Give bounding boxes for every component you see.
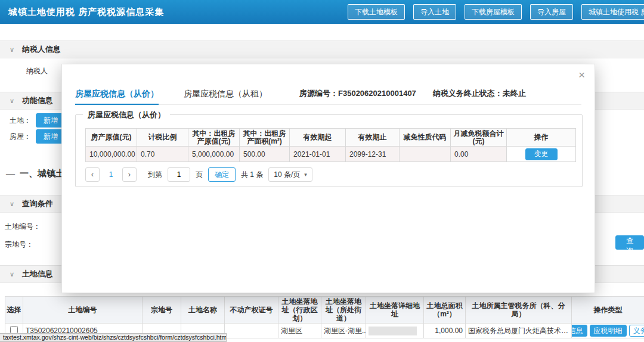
chevron-down-icon: ∨ <box>10 46 14 53</box>
col-tax-ratio: 计税比例 <box>137 129 188 147</box>
col-valid-to: 有效期止 <box>346 129 400 147</box>
collapse-dash-icon: — <box>6 168 15 178</box>
chevron-down-icon: ∨ <box>10 97 14 104</box>
cell-valid-from: 2021-01-01 <box>290 147 346 162</box>
tab-house-tax-ad-valorem[interactable]: 房屋应税信息（从价） <box>75 82 159 105</box>
import-house-button[interactable]: 导入房屋 <box>530 4 573 20</box>
chevron-down-icon: ∨ <box>10 271 14 278</box>
section-one-title: 一、城镇土 <box>20 168 64 178</box>
cell-rented-area: 500.00 <box>240 147 290 162</box>
cell-total-area: 1,000.00 <box>424 324 466 338</box>
land-label: 土地： <box>10 116 31 126</box>
section-taxpayer-info[interactable]: ∨ 纳税人信息 <box>0 41 644 58</box>
app-header: 城镇土地使用税 房产税税源信息采集 下载土地模板 导入土地 下载房屋模板 导入房… <box>0 0 644 24</box>
page-number-input[interactable] <box>168 167 190 182</box>
house-tax-data-row: 10,000,000.00 0.70 5,000,000.00 500.00 2… <box>86 147 576 162</box>
col-monthly-deduction: 月减免税额合计(元) <box>451 129 507 147</box>
cell-cert-no <box>225 324 278 338</box>
col-district: 土地坐落地址（行政区划） <box>278 297 321 324</box>
house-tax-table: 房产原值(元) 计税比例 其中：出租房产原值(元) 其中：出租房产面积(m²) … <box>85 128 576 162</box>
parcel-no-label: 宗地号： <box>5 240 33 250</box>
house-tax-modal: × 房屋应税信息（从价） 房屋应税信息（从租） 房源编号：F3502062021… <box>61 64 595 293</box>
cell-deduction-code <box>400 147 451 162</box>
taxable-detail-button[interactable]: 应税明细 <box>590 325 627 337</box>
basic-info-button[interactable]: 基本信息 <box>572 325 587 337</box>
pagination: ‹ 1 › 到第 页 确定 共 1 条 10 条/页 ▾ <box>85 167 312 182</box>
land-no-label: 土地编号： <box>5 222 41 232</box>
col-operation: 操作 <box>507 129 576 147</box>
page-size-value: 10 条/页 <box>274 170 300 180</box>
prev-page-button[interactable]: ‹ <box>85 167 100 182</box>
cell-tax-office: 国家税务总局厦门火炬高技术产业... <box>466 324 572 338</box>
col-tax-office: 土地所属主管税务所（科、分局） <box>466 297 572 324</box>
page-size-select[interactable]: 10 条/页 ▾ <box>268 167 312 182</box>
col-valid-from: 有效期起 <box>290 129 346 147</box>
house-tax-header-row: 房产原值(元) 计税比例 其中：出租房产原值(元) 其中：出租房产面积(m²) … <box>86 129 576 147</box>
app-window: 城镇土地使用税 房产税税源信息采集 下载土地模板 导入土地 下载房屋模板 导入房… <box>0 0 644 342</box>
browser-status-bar: taxtest.xmtax.gov/shzs-cint-web/biz/shzs… <box>0 333 227 342</box>
section-query-title: 查询条件 <box>22 199 53 208</box>
header-toolbar: 下载土地模板 导入土地 下载房屋模板 导入房屋 城镇土地使用税 房产税申报 <box>348 4 644 20</box>
col-rented-value: 其中：出租房产原值(元) <box>188 129 240 147</box>
goto-prefix-label: 到第 <box>148 170 162 180</box>
import-land-button[interactable]: 导入土地 <box>413 4 456 20</box>
cell-operation: 变更 <box>507 147 576 162</box>
cell-tax-ratio: 0.70 <box>137 147 188 162</box>
status-url: taxtest.xmtax.gov/shzs-cint-web/biz/shzs… <box>3 334 227 341</box>
land-table: 选择 土地编号 宗地号 土地名称 不动产权证号 土地坐落地址（行政区划） 土地坐… <box>5 296 644 338</box>
col-rented-area: 其中：出租房产面积(m²) <box>240 129 290 147</box>
terminate-obligation-button[interactable]: 义务终止 <box>629 325 644 337</box>
cell-original-value: 10,000,000.00 <box>86 147 137 162</box>
redacted-address-block <box>369 327 417 335</box>
total-count-label: 共 1 条 <box>241 170 263 180</box>
col-land-no: 土地编号 <box>23 297 143 324</box>
col-deduction-code: 减免性质代码 <box>400 129 451 147</box>
group-title: 房屋应税信息（从价） <box>83 110 170 120</box>
col-detail-address: 土地坐落详细地址 <box>366 297 424 324</box>
chevron-down-icon: ∨ <box>10 200 14 207</box>
col-street: 土地坐落地址（所处街道） <box>321 297 366 324</box>
section-taxpayer-title: 纳税人信息 <box>22 45 61 54</box>
cell-rented-value: 5,000,000.00 <box>188 147 240 162</box>
col-original-value: 房产原值(元) <box>86 129 137 147</box>
cell-operations: 基本信息 应税明细 义务终止 <box>572 324 644 338</box>
query-button[interactable]: 查询 <box>615 235 644 250</box>
section-function-title: 功能信息 <box>22 96 53 105</box>
col-select: 选择 <box>5 297 23 324</box>
section-one-heading: —一、城镇土 <box>6 168 64 179</box>
tax-declaration-button[interactable]: 城镇土地使用税 房产税申报 <box>581 4 644 20</box>
house-add-row: 房屋： 新增 <box>10 129 66 144</box>
tab-house-tax-rental[interactable]: 房屋应税信息（从租） <box>184 82 267 105</box>
section-land-title: 土地信息 <box>22 269 53 278</box>
col-parcel-no: 宗地号 <box>143 297 181 324</box>
col-cert-no: 不动产权证号 <box>225 297 278 324</box>
close-icon[interactable]: × <box>578 69 585 81</box>
col-land-name: 土地名称 <box>181 297 225 324</box>
chevron-down-icon: ▾ <box>304 172 307 178</box>
col-operation: 操作类型 <box>572 297 644 324</box>
change-button[interactable]: 变更 <box>525 148 558 160</box>
download-land-template-button[interactable]: 下载土地模板 <box>348 4 405 20</box>
termination-status-label: 纳税义务终止状态：未终止 <box>433 88 526 99</box>
house-code-label: 房源编号：F35020620210001407 <box>299 88 416 99</box>
cell-detail-address <box>366 324 424 338</box>
cell-district: 湖里区 <box>278 324 321 338</box>
land-add-row: 土地： 新增 <box>10 113 66 128</box>
land-table-header-row: 选择 土地编号 宗地号 土地名称 不动产权证号 土地坐落地址（行政区划） 土地坐… <box>5 297 644 324</box>
house-label: 房屋： <box>10 132 31 142</box>
cell-street: 湖里区-湖里... <box>321 324 366 338</box>
goto-suffix-label: 页 <box>196 170 203 180</box>
next-page-button[interactable]: › <box>122 167 137 182</box>
taxpayer-label: 纳税人 <box>26 66 48 76</box>
cell-valid-to: 2099-12-31 <box>346 147 400 162</box>
download-house-template-button[interactable]: 下载房屋模板 <box>465 4 522 20</box>
current-page[interactable]: 1 <box>105 170 117 179</box>
modal-tabs: 房屋应税信息（从价） 房屋应税信息（从租） 房源编号：F350206202100… <box>75 82 581 105</box>
col-total-area: 土地总面积（m²） <box>424 297 466 324</box>
confirm-page-button[interactable]: 确定 <box>208 167 236 182</box>
group-house-tax-info: 房屋应税信息（从价） 房产原值(元) 计税比例 其中：出租房产原值(元) 其中：… <box>75 114 583 187</box>
cell-monthly-deduction: 0.00 <box>451 147 507 162</box>
page-title: 城镇土地使用税 房产税税源信息采集 <box>8 0 164 24</box>
